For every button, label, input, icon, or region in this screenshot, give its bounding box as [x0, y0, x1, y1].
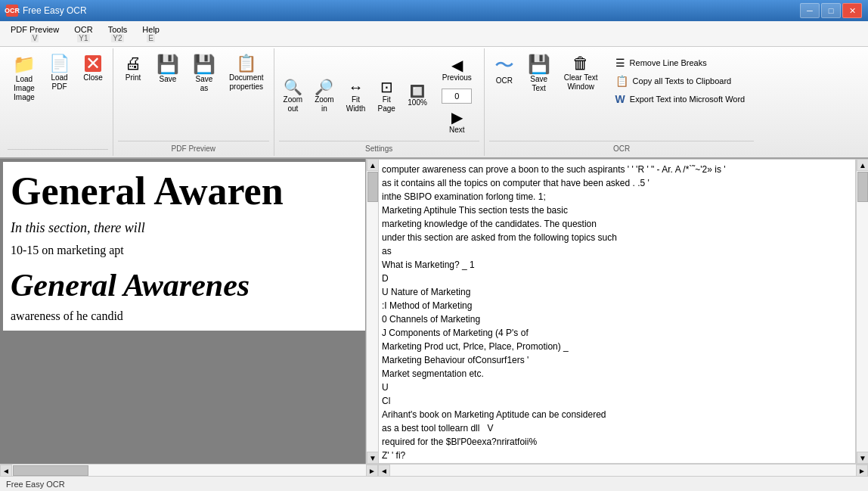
fit-width-button[interactable]: ↔ FitWidth: [342, 76, 370, 117]
text-scroll-thumb[interactable]: [857, 172, 868, 202]
print-icon: 🖨: [125, 55, 141, 72]
nav-control: ◀ Previous ▶ Next: [435, 51, 479, 141]
close-label: Close: [83, 73, 103, 82]
minimize-button[interactable]: ─: [800, 3, 820, 18]
text-scroll-right[interactable]: ►: [856, 465, 868, 476]
ocr-group-label: OCR: [489, 141, 755, 153]
fit-page-label: FitPage: [378, 95, 395, 113]
remove-line-breaks-icon: ☰: [615, 57, 625, 69]
copy-texts-icon: 📋: [615, 75, 628, 87]
image-title2: General Awarenes: [11, 267, 366, 303]
ribbon-group-ocr: 〜 OCR 💾 SaveText 🗑 Clear TextWindow ☰ Re…: [485, 48, 759, 156]
save-button[interactable]: 💾 Save: [151, 51, 184, 88]
export-word-label: Export Text into Microsoft Word: [630, 95, 745, 104]
clear-text-label: Clear TextWindow: [564, 73, 598, 92]
zoom-in-label: Zoomin: [315, 95, 334, 113]
image-panel-with-scroll: General Awaren In this section, there wi…: [0, 159, 378, 464]
image-panel-wrapper: General Awaren In this section, there wi…: [0, 159, 378, 476]
ocr-button[interactable]: 〜 OCR: [489, 51, 519, 89]
load-pdf-button[interactable]: 📄 LoadPDF: [44, 51, 75, 95]
text-scroll-track[interactable]: [857, 171, 868, 452]
title-bar: OCR Free Easy OCR ─ □ ✕: [0, 0, 868, 21]
close-button[interactable]: ✕: [842, 3, 862, 18]
fit-page-icon: ⊡: [380, 79, 393, 95]
ribbon-group-file: 📁 LoadImageImage 📄 LoadPDF ✕ Close: [3, 48, 113, 156]
image-scroll-thumb[interactable]: [367, 172, 378, 202]
text-scroll-h-track[interactable]: [390, 465, 856, 476]
copy-texts-button[interactable]: 📋 Copy all Texts to Clipboard: [609, 73, 752, 89]
text-scroll-left[interactable]: ◄: [378, 465, 390, 476]
ribbon-group-pdf-preview: 🖨 Print 💾 Save 💾 Saveas 📋 Documentproper…: [113, 48, 274, 156]
menu-tools-label: Tools: [108, 25, 128, 34]
zoom-100-icon: 🔲: [410, 85, 425, 98]
ocr-panel-buttons: ☰ Remove Line Breaks 📋 Copy all Texts to…: [606, 51, 755, 110]
close-button-ribbon[interactable]: ✕ Close: [78, 51, 108, 86]
menu-bar: PDF Preview V OCR Y1 Tools Y2 Help E: [0, 21, 868, 47]
fit-width-icon: ↔: [348, 79, 363, 95]
save-text-button[interactable]: 💾 SaveText: [522, 51, 556, 97]
image-scroll-h-track[interactable]: [12, 465, 366, 476]
status-text: Free Easy OCR: [6, 480, 65, 489]
text-panel[interactable]: computer awareness can prove a boon to t…: [378, 159, 856, 464]
menu-ocr[interactable]: OCR Y1: [67, 23, 100, 45]
remove-line-breaks-label: Remove Line Breaks: [630, 58, 707, 67]
image-scroll-down[interactable]: ▼: [367, 452, 378, 464]
menu-ocr-shortcut: Y1: [77, 34, 89, 42]
load-image-icon: 📁: [13, 55, 36, 73]
zoom-out-label: Zoomout: [284, 95, 303, 113]
doc-props-icon: 📋: [236, 55, 256, 72]
image-title1: General Awaren: [11, 169, 366, 213]
print-label: Print: [126, 73, 141, 82]
menu-help[interactable]: Help E: [135, 23, 167, 45]
image-scroll-track[interactable]: [367, 171, 378, 452]
text-vertical-scrollbar[interactable]: ▲ ▼: [856, 159, 868, 464]
ocr-label: OCR: [496, 76, 513, 85]
image-panel[interactable]: General Awaren In this section, there wi…: [0, 159, 366, 464]
next-icon: ▶: [451, 110, 463, 125]
clear-text-button[interactable]: 🗑 Clear TextWindow: [559, 51, 603, 95]
pdf-preview-group-label: PDF Preview: [118, 141, 269, 153]
image-horizontal-scrollbar[interactable]: ◄ ►: [0, 464, 378, 476]
remove-line-breaks-button[interactable]: ☰ Remove Line Breaks: [609, 54, 752, 71]
image-scroll-right[interactable]: ►: [366, 465, 378, 476]
zoom-in-button[interactable]: 🔎 Zoomin: [310, 76, 339, 117]
zoom-100-button[interactable]: 🔲 100%: [403, 82, 432, 110]
page-number-input[interactable]: [442, 89, 472, 104]
previous-label: Previous: [442, 73, 472, 82]
main-content: General Awaren In this section, there wi…: [0, 159, 868, 476]
save-as-button[interactable]: 💾 Saveas: [188, 51, 221, 97]
print-button[interactable]: 🖨 Print: [118, 51, 148, 86]
text-scroll-up[interactable]: ▲: [857, 159, 868, 171]
close-icon: ✕: [85, 55, 101, 72]
text-horizontal-scrollbar[interactable]: ◄ ►: [378, 464, 868, 476]
image-vertical-scrollbar[interactable]: ▲ ▼: [366, 159, 378, 464]
next-button[interactable]: ▶ Next: [440, 107, 473, 138]
menu-pdf-preview[interactable]: PDF Preview V: [3, 23, 67, 45]
export-word-icon: W: [615, 93, 625, 105]
menu-help-shortcut: E: [147, 34, 155, 42]
previous-button[interactable]: ◀ Previous: [438, 54, 476, 85]
maximize-button[interactable]: □: [821, 3, 841, 18]
image-scroll-up[interactable]: ▲: [367, 159, 378, 171]
fit-page-button[interactable]: ⊡ FitPage: [373, 76, 400, 117]
app-icon: OCR: [6, 5, 18, 17]
menu-tools[interactable]: Tools Y2: [101, 23, 135, 45]
document-properties-button[interactable]: 📋 Documentproperties: [224, 51, 269, 95]
settings-buttons: 🔍 Zoomout 🔎 Zoomin ↔ FitWidth ⊡ FitPage …: [279, 51, 479, 141]
previous-icon: ◀: [451, 57, 463, 73]
image-scroll-h-thumb[interactable]: [13, 465, 88, 476]
load-image-button[interactable]: 📁 LoadImageImage: [8, 51, 41, 106]
load-pdf-icon: 📄: [49, 55, 70, 72]
clear-text-icon: 🗑: [572, 55, 589, 72]
pdf-buttons: 🖨 Print 💾 Save 💾 Saveas 📋 Documentproper…: [118, 51, 269, 141]
next-label: Next: [449, 126, 465, 135]
zoom-in-icon: 🔎: [315, 79, 333, 95]
export-word-button[interactable]: W Export Text into Microsoft Word: [609, 91, 752, 107]
zoom-out-icon: 🔍: [284, 79, 302, 95]
menu-pdf-preview-shortcut: V: [31, 34, 39, 42]
text-scroll-down[interactable]: ▼: [857, 452, 868, 464]
save-as-label: Saveas: [196, 75, 213, 93]
image-scroll-left[interactable]: ◄: [0, 465, 12, 476]
zoom-out-button[interactable]: 🔍 Zoomout: [279, 76, 308, 117]
status-bar: Free Easy OCR: [0, 476, 868, 491]
